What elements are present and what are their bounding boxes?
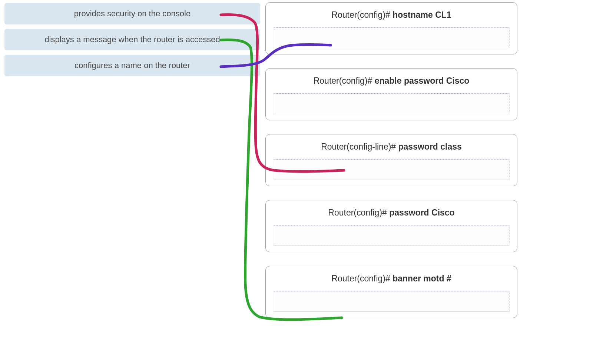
card-title: Router(config)# hostname CL1 xyxy=(331,10,451,20)
left-item-label: displays a message when the router is ac… xyxy=(44,35,220,44)
card-title: Router(config)# enable password Cisco xyxy=(314,76,470,86)
dropzone[interactable] xyxy=(273,27,510,48)
dropzone[interactable] xyxy=(273,93,510,114)
prompt: Router(config)# xyxy=(331,274,392,283)
card-hostname: Router(config)# hostname CL1 xyxy=(265,2,517,54)
dropzone[interactable] xyxy=(273,225,510,246)
card-title: Router(config)# banner motd # xyxy=(331,274,451,284)
left-item-hostname[interactable]: configures a name on the router xyxy=(4,55,260,76)
dropzone[interactable] xyxy=(273,159,510,180)
left-item-message[interactable]: displays a message when the router is ac… xyxy=(4,29,260,50)
command: password Cisco xyxy=(389,208,454,217)
command: hostname CL1 xyxy=(392,10,451,20)
prompt: Router(config)# xyxy=(331,10,392,20)
prompt: Router(config)# xyxy=(314,76,375,86)
command: enable password Cisco xyxy=(375,76,470,86)
card-title: Router(config)# password Cisco xyxy=(328,208,454,218)
card-enable-password: Router(config)# enable password Cisco xyxy=(265,68,517,120)
left-item-security[interactable]: provides security on the console xyxy=(4,3,260,24)
command: password class xyxy=(398,142,462,151)
card-title: Router(config-line)# password class xyxy=(321,142,462,152)
prompt: Router(config)# xyxy=(328,208,389,217)
card-password: Router(config)# password Cisco xyxy=(265,200,517,252)
card-banner-motd: Router(config)# banner motd # xyxy=(265,266,517,318)
dropzone[interactable] xyxy=(273,291,510,312)
left-item-label: provides security on the console xyxy=(74,9,191,19)
command: banner motd # xyxy=(392,274,451,283)
left-item-label: configures a name on the router xyxy=(74,61,190,70)
card-line-password: Router(config-line)# password class xyxy=(265,134,517,186)
prompt: Router(config-line)# xyxy=(321,142,398,151)
